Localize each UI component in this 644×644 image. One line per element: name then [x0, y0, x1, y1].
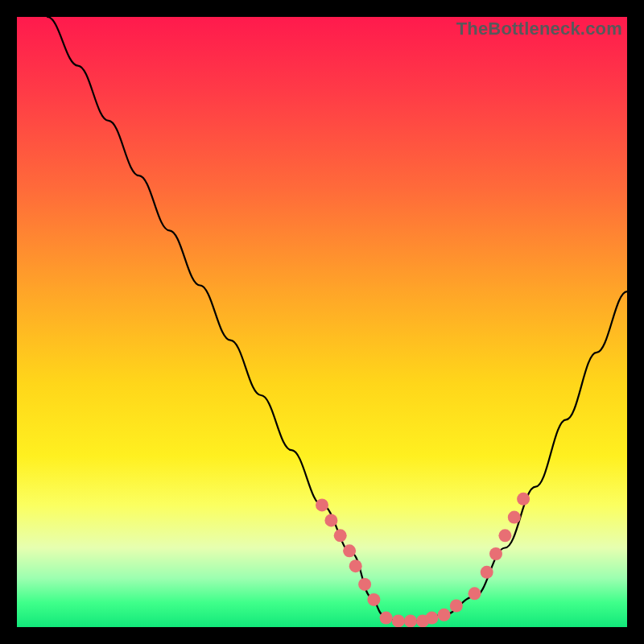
- highlight-dot: [481, 566, 493, 579]
- highlight-dot: [316, 498, 328, 511]
- highlight-dot: [334, 529, 347, 542]
- highlight-dot: [489, 547, 502, 560]
- highlight-dot: [367, 593, 380, 606]
- highlight-dot: [380, 612, 393, 625]
- highlight-dot: [425, 612, 438, 625]
- highlight-dot: [349, 559, 362, 572]
- highlight-dot: [450, 600, 463, 613]
- highlight-dot: [508, 511, 521, 524]
- highlight-dot: [358, 578, 371, 591]
- highlight-dot: [324, 514, 337, 526]
- chart-frame: TheBottleneck.com: [0, 0, 644, 644]
- highlight-dot: [404, 614, 417, 627]
- highlight-dot: [498, 529, 511, 542]
- chart-svg: [17, 17, 627, 627]
- plot-area: TheBottleneck.com: [17, 17, 627, 627]
- highlight-dot: [343, 544, 356, 557]
- highlight-dot: [438, 609, 451, 621]
- highlight-dot: [469, 587, 481, 600]
- highlight-dot: [392, 614, 405, 627]
- highlight-dots: [316, 493, 530, 627]
- highlight-dot: [517, 493, 530, 506]
